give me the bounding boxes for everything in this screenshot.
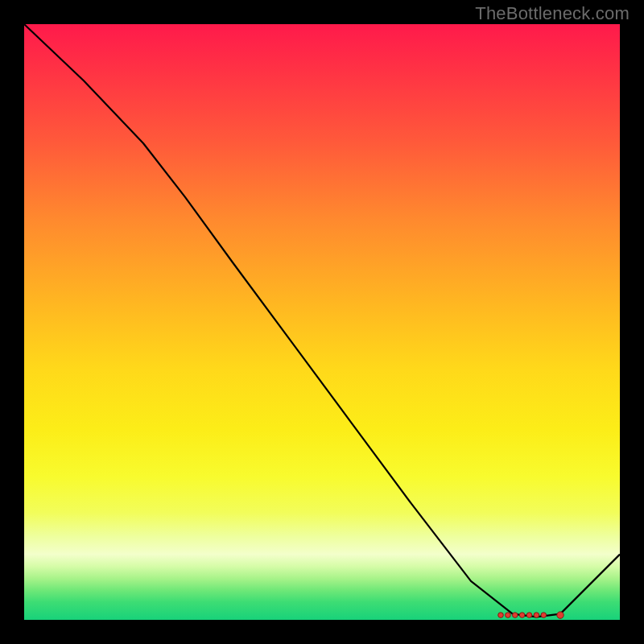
plot-area xyxy=(24,24,620,620)
data-marker xyxy=(526,613,532,618)
watermark-text: TheBottleneck.com xyxy=(475,3,630,24)
data-marker xyxy=(519,613,525,618)
data-marker xyxy=(498,613,504,618)
data-marker xyxy=(513,613,518,618)
chart-overlay-svg xyxy=(24,24,620,620)
data-line xyxy=(24,24,620,617)
data-marker xyxy=(557,612,564,618)
data-marker xyxy=(541,613,547,618)
data-marker xyxy=(534,613,539,618)
chart-frame: TheBottleneck.com xyxy=(0,0,644,644)
data-marker xyxy=(506,613,511,618)
